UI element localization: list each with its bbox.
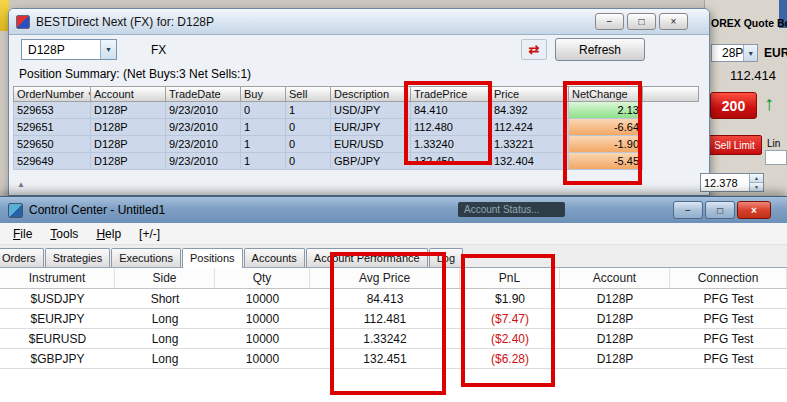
cell-order-number: 529650 <box>13 136 91 153</box>
column-header-connection[interactable]: Connection <box>670 268 787 288</box>
cell-connection: PFG Test <box>670 349 787 368</box>
bestdirect-titlebar[interactable]: BESTDirect Next (FX) for: D128P − □ × <box>9 9 709 35</box>
minimize-icon[interactable]: − <box>673 201 703 219</box>
column-header-account[interactable]: Account <box>560 268 670 288</box>
chevron-down-icon[interactable]: ▼ <box>743 45 757 61</box>
menu-file[interactable]: File <box>4 225 41 243</box>
column-header-instrument[interactable]: Instrument <box>0 268 115 288</box>
tab-executions[interactable]: Executions <box>111 248 181 267</box>
column-header-account[interactable]: Account <box>91 86 166 102</box>
cell-buy: 1 <box>241 153 286 170</box>
tab-accounts[interactable]: Accounts <box>244 248 305 267</box>
cell-account: D128P <box>560 289 670 308</box>
control-center-title: Control Center - Untitled1 <box>29 203 165 217</box>
refresh-button[interactable]: Refresh <box>555 38 645 61</box>
quote-price-value: 112.414 <box>730 68 776 83</box>
cell-order-number: 529651 <box>13 119 91 136</box>
limit-type-input[interactable] <box>765 150 787 165</box>
trade-size-button[interactable]: 200 <box>710 92 757 119</box>
column-header-ordernumber[interactable]: OrderNumber ▼ <box>13 86 91 102</box>
annotation-netchange-highlight <box>563 81 642 185</box>
cell-instrument: $EURJPY <box>0 309 115 328</box>
cell-instrument: $GBPJPY <box>0 349 115 368</box>
disconnect-button[interactable]: ⇄ <box>521 39 547 60</box>
price-up-arrow-icon: ↑ <box>764 92 774 115</box>
column-header-price[interactable]: Price <box>491 86 569 102</box>
column-header-filler <box>643 86 699 102</box>
cell-side: Short <box>115 289 215 308</box>
cell-description: EUR/USD <box>331 136 411 153</box>
limit-type-label: Lin <box>767 138 780 149</box>
close-icon[interactable]: × <box>737 201 771 219</box>
spinner-buttons: ▲ ▼ <box>749 174 763 191</box>
spinner-up-icon[interactable]: ▲ <box>749 174 763 183</box>
menu-help[interactable]: Help <box>87 225 130 243</box>
cell-trade-date: 9/23/2010 <box>166 136 241 153</box>
cell-price: 1.33221 <box>491 136 569 153</box>
account-dropdown[interactable]: D128P ▼ <box>21 39 117 60</box>
cell-trade-date: 9/23/2010 <box>166 102 241 119</box>
cell-account: D128P <box>91 136 166 153</box>
cell-price: 84.392 <box>491 102 569 119</box>
menu-plus-minus[interactable]: [+/-] <box>130 225 169 243</box>
spinner-down-icon[interactable]: ▼ <box>749 183 763 191</box>
cell-connection: PFG Test <box>670 329 787 348</box>
annotation-avgprice-highlight <box>330 252 446 395</box>
annotation-tradeprice-highlight <box>404 81 492 165</box>
column-header-buy[interactable]: Buy <box>241 86 286 102</box>
annotation-pnl-highlight <box>461 254 555 387</box>
bestdirect-window-title: BESTDirect Next (FX) for: D128P <box>36 15 214 29</box>
maximize-icon[interactable]: □ <box>705 201 735 219</box>
quote-board-account-dropdown[interactable]: 28P ▼ <box>711 44 758 62</box>
limit-price-spinner[interactable]: 12.378 ▲ ▼ <box>700 173 764 192</box>
close-icon[interactable]: × <box>659 13 688 30</box>
cell-buy: 1 <box>241 136 286 153</box>
cell-description: GBP/JPY <box>331 153 411 170</box>
cell-account: D128P <box>560 309 670 328</box>
cell-connection: PFG Test <box>670 309 787 328</box>
window-controls: − □ × <box>595 13 688 30</box>
cell-trade-date: 9/23/2010 <box>166 119 241 136</box>
control-center-app-icon <box>8 203 23 218</box>
forex-quote-board-panel: OREX Quote Board 28P ▼ EUR 112.414 200 ↑… <box>704 0 787 196</box>
cell-side: Long <box>115 329 215 348</box>
quote-board-account-value: 28P <box>716 46 743 60</box>
cell-order-number: 529649 <box>13 153 91 170</box>
cell-trade-date: 9/23/2010 <box>166 153 241 170</box>
maximize-icon[interactable]: □ <box>627 13 656 30</box>
chevron-down-icon[interactable]: ▼ <box>100 40 116 59</box>
cell-account: D128P <box>560 349 670 368</box>
menu-bar: File Tools Help [+/-] <box>0 223 787 245</box>
menu-tools[interactable]: Tools <box>41 225 87 243</box>
quote-board-title: OREX Quote Board <box>711 17 787 29</box>
tab-positions[interactable]: Positions <box>182 248 243 268</box>
column-header-label: OrderNumber <box>17 88 84 100</box>
tab-orders[interactable]: Orders <box>0 248 44 267</box>
column-header-tradedate[interactable]: TradeDate <box>166 86 241 102</box>
cell-side: Long <box>115 309 215 328</box>
bestdirect-toolbar: D128P ▼ FX ⇄ Refresh <box>9 35 709 63</box>
column-header-description[interactable]: Description <box>331 86 411 102</box>
minimize-icon[interactable]: − <box>595 13 624 30</box>
account-dropdown-value: D128P <box>22 43 65 57</box>
limit-price-value: 12.378 <box>701 174 749 191</box>
cell-account: D128P <box>91 119 166 136</box>
column-header-side[interactable]: Side <box>115 268 215 288</box>
tab-strategies[interactable]: Strategies <box>45 248 111 267</box>
cell-qty: 10000 <box>215 349 310 368</box>
cell-side: Long <box>115 349 215 368</box>
cell-sell: 0 <box>286 136 331 153</box>
cell-buy: 0 <box>241 102 286 119</box>
fx-label: FX <box>151 43 166 57</box>
cell-description: EUR/JPY <box>331 119 411 136</box>
app-icon <box>16 15 30 29</box>
cell-price: 132.404 <box>491 153 569 170</box>
column-header-qty[interactable]: Qty <box>215 268 310 288</box>
column-header-sell[interactable]: Sell <box>286 86 331 102</box>
control-center-titlebar[interactable]: Control Center - Untitled1 Account Statu… <box>0 197 787 223</box>
sell-limit-button[interactable]: Sell Limit <box>707 135 762 155</box>
cell-instrument: $USDJPY <box>0 289 115 308</box>
cell-buy: 1 <box>241 119 286 136</box>
scroll-up-icon[interactable]: ▲ <box>17 180 25 189</box>
cell-qty: 10000 <box>215 329 310 348</box>
